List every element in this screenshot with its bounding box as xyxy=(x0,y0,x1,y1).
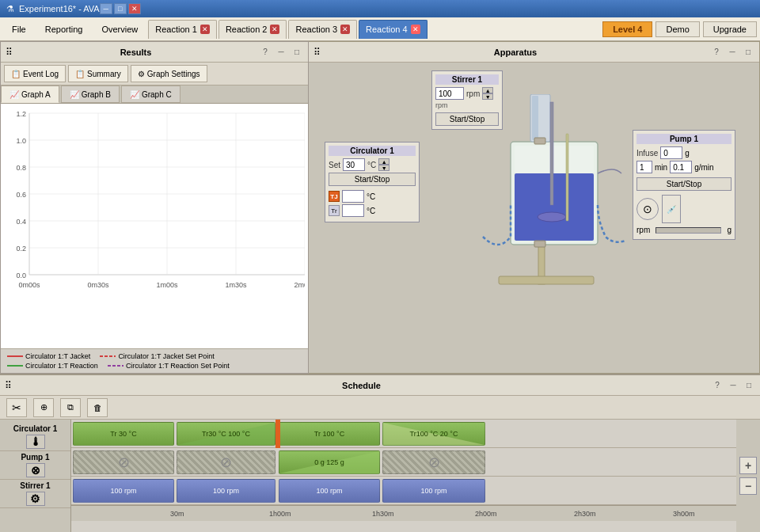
apparatus-minimize[interactable]: ─ xyxy=(726,46,739,59)
timeline-axis: 30m 1h00m 1h30m 2h00m 2h30m 3h00m xyxy=(71,505,736,521)
insert-button[interactable]: ⊕ xyxy=(33,398,54,417)
reporting-menu[interactable]: Reporting xyxy=(36,20,92,39)
stirrer-rpm-input[interactable] xyxy=(435,87,464,100)
graph-c-icon: 📈 xyxy=(130,90,139,99)
circulator-start-stop[interactable]: Start/Stop xyxy=(329,173,416,186)
demo-button[interactable]: Demo xyxy=(656,21,699,37)
cut-button[interactable]: ✂ xyxy=(6,398,27,417)
legend-item-tr: Circulator 1:T Reaction xyxy=(7,362,98,370)
pump-rate-input2[interactable] xyxy=(670,161,692,173)
pump-widget: Pump 1 Infuse g min g/min Start/Stop ⊙ 💉 xyxy=(633,130,735,240)
circulator-set-down[interactable]: ▼ xyxy=(378,165,390,171)
svg-text:1.0: 1.0 xyxy=(16,137,26,145)
svg-text:1m30s: 1m30s xyxy=(225,281,247,289)
level-button[interactable]: Level 4 xyxy=(602,21,652,37)
legend-item-tr-set: Circulator 1:T Reaction Set Point xyxy=(108,362,230,370)
reaction2-close[interactable]: ✕ xyxy=(270,25,279,34)
circulator-set-label: Set xyxy=(329,161,340,169)
reaction2-tab[interactable]: Reaction 2 ✕ xyxy=(218,20,287,39)
overview-menu[interactable]: Overview xyxy=(93,20,146,39)
results-toolbar: 📋 Event Log 📋 Summary ⚙ Graph Settings xyxy=(1,63,308,86)
pump-block-3[interactable]: 0 g 125 g xyxy=(279,450,380,474)
stirrer-block-4[interactable]: 100 rpm xyxy=(382,479,485,503)
maximize-button[interactable]: □ xyxy=(114,3,127,14)
minimize-button[interactable]: ─ xyxy=(100,3,112,14)
apparatus-move-icon[interactable]: ⠿ xyxy=(314,47,321,58)
pump-g-label: g xyxy=(727,226,732,234)
pump-block-2[interactable]: ⊘ xyxy=(177,450,276,474)
stirrer-track: 100 rpm 100 rpm 100 rpm 100 rpm xyxy=(71,477,736,505)
stirrer-block-1[interactable]: 100 rpm xyxy=(73,479,174,503)
pump-block-1[interactable]: ⊘ xyxy=(73,450,174,474)
apparatus-maximize[interactable]: □ xyxy=(742,46,754,59)
apparatus-help[interactable]: ? xyxy=(710,46,723,59)
legend-item-tj: Circulator 1:T Jacket xyxy=(7,352,90,360)
svg-text:0.0: 0.0 xyxy=(16,272,26,279)
tick-2h00m: 2h00m xyxy=(475,510,497,518)
legend-color-tj xyxy=(7,355,23,357)
pump-infuse-input[interactable] xyxy=(660,146,682,159)
reaction3-tab[interactable]: Reaction 3 ✕ xyxy=(288,20,357,39)
circulator-tj-input[interactable] xyxy=(342,190,364,203)
results-minimize[interactable]: ─ xyxy=(275,46,287,59)
svg-text:0.4: 0.4 xyxy=(16,218,26,226)
chart-area: 1.2 1.0 0.8 0.6 0.4 0.2 0.0 0m00s 0m30s … xyxy=(1,104,308,348)
event-log-icon: 📋 xyxy=(11,70,21,78)
reaction4-close[interactable]: ✕ xyxy=(411,25,420,34)
circulator-widget: Circulator 1 Set °C ▲ ▼ Start/Stop TJ °C xyxy=(325,142,420,222)
circ-block-2[interactable]: Tr30 °C 100 °C xyxy=(177,422,276,446)
svg-rect-31 xyxy=(550,102,553,205)
circulator-label: Circulator 1 🌡 xyxy=(0,423,70,451)
results-help[interactable]: ? xyxy=(259,46,272,59)
reaction1-close[interactable]: ✕ xyxy=(200,25,210,34)
apparatus-area: Stirrer 1 rpm ▲ ▼ rpm Start/Stop Circula… xyxy=(309,63,759,373)
tick-1h30m: 1h30m xyxy=(372,510,394,518)
close-button[interactable]: ✕ xyxy=(128,3,141,14)
reaction4-tab[interactable]: Reaction 4 ✕ xyxy=(359,20,428,39)
event-log-btn[interactable]: 📋 Event Log xyxy=(4,65,66,82)
graph-settings-btn[interactable]: ⚙ Graph Settings xyxy=(131,65,207,82)
circulator-title: Circulator 1 xyxy=(329,146,416,156)
schedule-move-icon[interactable]: ⠿ xyxy=(5,380,12,391)
summary-btn[interactable]: 📋 Summary xyxy=(68,65,128,82)
stirrer-block-3[interactable]: 100 rpm xyxy=(279,479,380,503)
graph-b-tab[interactable]: 📈 Graph B xyxy=(61,86,120,103)
graph-a-icon: 📈 xyxy=(10,90,19,99)
reaction1-tab[interactable]: Reaction 1 ✕ xyxy=(148,20,217,39)
graph-a-tab[interactable]: 📈 Graph A xyxy=(1,86,59,103)
menubar: File Reporting Overview Reaction 1 ✕ Rea… xyxy=(0,17,760,41)
delete-button[interactable]: 🗑 xyxy=(87,398,108,417)
schedule-help[interactable]: ? xyxy=(711,379,724,392)
file-menu[interactable]: File xyxy=(3,20,35,39)
pump-block-4[interactable]: ⊘ xyxy=(382,450,485,474)
graph-c-tab[interactable]: 📈 Graph C xyxy=(121,86,180,103)
schedule-maximize[interactable]: □ xyxy=(743,379,755,392)
svg-text:0.8: 0.8 xyxy=(16,164,26,172)
pump-syringe-icon: 💉 xyxy=(662,195,681,223)
circ-block-1[interactable]: Tr 30 °C xyxy=(73,422,174,446)
stirrer-block-2[interactable]: 100 rpm xyxy=(177,479,276,503)
circ-block-4[interactable]: Tr100 °C 20 °C xyxy=(382,422,485,446)
circ-block-3[interactable]: Tr 100 °C xyxy=(279,422,380,446)
pump-infuse-unit: g xyxy=(685,149,690,158)
stirrer-title: Stirrer 1 xyxy=(435,74,499,85)
schedule-minimize[interactable]: ─ xyxy=(727,379,739,392)
pump-start-stop[interactable]: Start/Stop xyxy=(636,177,732,191)
upgrade-button[interactable]: Upgrade xyxy=(703,21,757,37)
schedule-add-button[interactable]: + xyxy=(739,457,757,474)
circulator-set-up[interactable]: ▲ xyxy=(378,158,390,165)
results-maximize[interactable]: □ xyxy=(291,46,303,59)
svg-rect-28 xyxy=(515,146,594,173)
results-move-icon[interactable]: ⠿ xyxy=(6,47,13,58)
circulator-tr-input[interactable] xyxy=(342,204,364,217)
svg-text:0.6: 0.6 xyxy=(16,191,26,199)
stirrer-rpm-up[interactable]: ▲ xyxy=(482,87,493,93)
app-title: Experiment16* - AVA xyxy=(19,4,100,13)
reaction3-close[interactable]: ✕ xyxy=(340,25,350,34)
schedule-remove-button[interactable]: − xyxy=(739,477,757,495)
copy-button[interactable]: ⧉ xyxy=(60,398,81,417)
svg-text:2m00s: 2m00s xyxy=(294,281,305,289)
svg-rect-35 xyxy=(534,241,545,247)
circulator-set-input[interactable] xyxy=(343,158,365,171)
pump-label: Pump 1 ⊗ xyxy=(0,451,70,480)
